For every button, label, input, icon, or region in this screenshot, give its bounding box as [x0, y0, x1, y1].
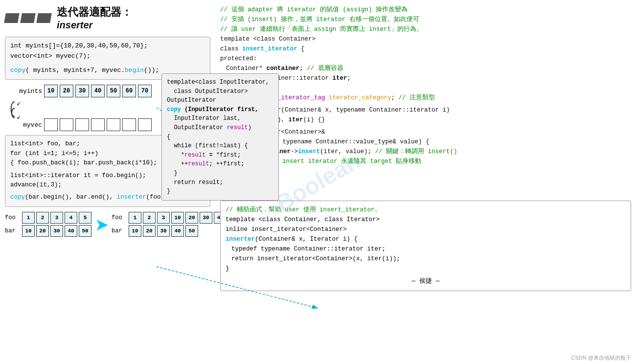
- right-comment-2: // 安插 (insert) 操作，並將 iterator 右移一個位置。如此便…: [220, 15, 631, 24]
- after-bar-4: 50: [185, 225, 198, 237]
- after-bar-0: 10: [129, 225, 141, 237]
- myvec-cell-0: [44, 118, 58, 131]
- popup-line-2: class OutputIterator>: [167, 87, 273, 96]
- right-line-3: protected:: [220, 54, 631, 64]
- title-text: 迭代器適配器： inserter: [57, 5, 132, 31]
- before-bar-1: 20: [36, 225, 49, 237]
- csdn-credit: CSDN @来自地狱的瓶子: [571, 354, 631, 362]
- title-main: 迭代器適配器：: [57, 6, 132, 18]
- svg-text:↙: ↙: [17, 101, 21, 107]
- box-line-3: inserter(Container& x, Iterator i) {: [226, 234, 626, 244]
- popup-line-13: }: [167, 187, 273, 196]
- code-line-2: vector<int> myvec(7);: [10, 51, 205, 62]
- before-foo-1: 2: [36, 212, 49, 224]
- right-comment-box: // 輔助函式，幫助 user 使用 insert_iterator。 temp…: [220, 201, 631, 291]
- myints-cell-4: 50: [107, 85, 120, 97]
- before-foo-4: 5: [79, 212, 91, 224]
- right-line-4: Container* container; // 底層容器: [220, 64, 631, 73]
- myints-cell-2: 30: [75, 85, 89, 97]
- popup-line-8: while (first!=last) {: [167, 141, 273, 151]
- before-bar-label: bar: [5, 228, 21, 234]
- main-container: 迭代器適配器： inserter int myints[]={10,20,30,…: [0, 0, 636, 364]
- myvec-cell-2: [75, 118, 89, 131]
- right-comment-1: // 這個 adapter 將 iterator 的賦值 (assign) 操作…: [220, 5, 631, 15]
- before-foo-2: 3: [50, 212, 63, 224]
- title-sub: inserter: [57, 20, 92, 30]
- before-bar-0: 10: [22, 225, 35, 237]
- myints-cell-6: 70: [138, 85, 152, 97]
- popup-line-3: OutputIterator: [167, 96, 273, 105]
- popup-line-1: template<class InputIterator,: [167, 78, 273, 87]
- before-bar-2: 30: [50, 225, 63, 237]
- myvec-label: myvec: [14, 121, 42, 129]
- after-bar-3: 40: [171, 225, 184, 237]
- right-line-16: };: [220, 186, 631, 196]
- arrow-section: ➤: [93, 212, 110, 238]
- right-line-14: return *this;: [220, 166, 631, 176]
- right-line-10: insert_iterator<Container>&: [220, 127, 631, 137]
- after-foo-label: foo: [112, 214, 127, 221]
- after-foo-5: 30: [200, 212, 212, 224]
- title-icons: [5, 13, 51, 23]
- before-arrays: foo 1 2 3 4 5 bar 10 20 30 40 50: [5, 212, 91, 238]
- myints-label: myints: [14, 88, 42, 95]
- right-code-block: // 這個 adapter 將 iterator 的賦值 (assign) 操作…: [220, 5, 631, 196]
- myvec-cell-5: [122, 118, 136, 131]
- curved-arrows-svg: ↙ ↙: [10, 99, 49, 121]
- right-line-6: public:: [220, 83, 631, 93]
- myints-cell-3: 40: [91, 85, 105, 97]
- before-bar-row: bar 10 20 30 40 50: [5, 225, 91, 237]
- box-line-5: return insert_iterator<Container>(x, ite…: [226, 254, 626, 264]
- popup-line-12: return result;: [167, 178, 273, 187]
- popup-line-7: {: [167, 133, 273, 142]
- icon-block-1: [4, 13, 20, 23]
- after-foo-3: 10: [171, 212, 184, 224]
- right-line-15: }: [220, 176, 631, 186]
- myvec-cell-1: [60, 118, 73, 131]
- right-line-11: *operator=(const typename Container::val…: [220, 137, 631, 147]
- after-foo-4: 20: [185, 212, 198, 224]
- right-line-12: iter = container->insert(iter, value); /…: [220, 147, 631, 157]
- right-arrow-icon: ➤: [95, 216, 108, 233]
- popup-line-11: }: [167, 169, 273, 178]
- after-foo-2: 3: [157, 212, 170, 224]
- right-line-8: insert_iterator(Container& x, typename C…: [220, 105, 631, 115]
- right-comment-3: // 讓 user 連續執行「表面上 assign 而實際上 insert」的行…: [220, 24, 631, 34]
- popup-line-4: copy (InputIterator first,: [167, 105, 273, 114]
- popup-line-10: ++result; ++first;: [167, 159, 273, 169]
- myints-cell-5: 60: [122, 85, 136, 97]
- box-line-2: inline insert_iterator<Container>: [226, 225, 626, 234]
- middle-popup: template<class InputIterator, class Outp…: [161, 73, 279, 201]
- after-bar-1: 20: [143, 225, 156, 237]
- code-spacer-1: [10, 62, 205, 66]
- after-bar-2: 30: [157, 225, 170, 237]
- before-bar-3: 40: [65, 225, 77, 237]
- after-bar-label: bar: [112, 228, 127, 234]
- popup-line-9: *result = *first;: [167, 151, 273, 160]
- icon-block-3: [36, 13, 52, 23]
- box-line-1: template <class Container, class Iterato…: [226, 215, 626, 225]
- myints-cell-0: 10: [44, 85, 58, 97]
- popup-line-6: OutputIterator result): [167, 123, 273, 133]
- after-foo-1: 2: [143, 212, 156, 224]
- before-bar-4: 50: [79, 225, 91, 237]
- right-line-2: class insert_iterator {: [220, 44, 631, 54]
- myvec-cell-4: [107, 118, 120, 131]
- right-line-7: typedef output_iterator_tag iterator_cat…: [220, 93, 631, 103]
- before-foo-row: foo 1 2 3 4 5: [5, 212, 91, 224]
- before-foo-label: foo: [5, 214, 21, 221]
- myvec-cell-6: [138, 118, 152, 131]
- after-foo-0: 1: [129, 212, 141, 224]
- before-foo-3: 4: [65, 212, 77, 224]
- right-line-9: : container(&x), iter(i) {}: [220, 115, 631, 125]
- myints-cell-1: 20: [60, 85, 73, 97]
- right-line-1: template <class Container>: [220, 34, 631, 44]
- box-line-6: }: [226, 264, 626, 273]
- right-line-13: ++iter; // 令 insert iterator 永遠隨其 target…: [220, 157, 631, 166]
- right-line-5: typename Container::iterator iter;: [220, 73, 631, 83]
- before-after-section: foo 1 2 3 4 5 bar 10 20 30 40 50: [5, 212, 210, 238]
- code-line-1: int myints[]={10,20,30,40,50,60,70};: [10, 41, 205, 51]
- popup-line-5: InputIterator last,: [167, 114, 273, 123]
- bottom-arrays: foo 1 2 3 4 5 bar 10 20 30 40 50: [5, 212, 210, 238]
- bottom-label: — 侯捷 —: [226, 276, 626, 287]
